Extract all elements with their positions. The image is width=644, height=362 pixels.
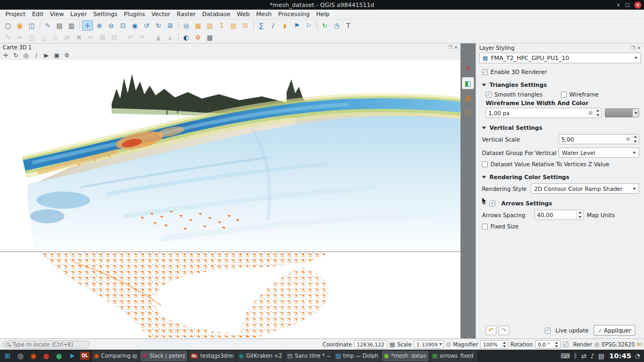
activities-icon[interactable]: ◎ (14, 350, 26, 362)
grass-tools-icon[interactable]: ▩ (204, 32, 215, 42)
field-calculator-icon[interactable]: ⊟ (240, 20, 251, 31)
app-launcher-icon[interactable]: ⊞ (2, 350, 13, 362)
histogram-tab[interactable]: ▥ (462, 92, 474, 104)
clear-icon[interactable]: ⊗ (587, 109, 594, 116)
animations-icon[interactable]: ▶ (42, 51, 51, 60)
rendering-style-combo[interactable]: 2D Contour Color Ramp Shader (531, 183, 639, 194)
minimize-button[interactable]: ∨ (617, 2, 620, 8)
camera-rotate-icon[interactable]: ↻ (11, 51, 20, 60)
processing-toolbox-icon[interactable]: ⚙ (193, 32, 203, 42)
firefox-icon[interactable]: ◉ (27, 350, 39, 362)
task-button[interactable]: ◉ GitKraken <2> (237, 351, 284, 361)
dock-float-button[interactable]: ❐ (448, 45, 452, 50)
zoom-in-icon[interactable]: ⊕ (94, 20, 105, 31)
dataset-group-combo[interactable]: Water Level (559, 147, 639, 158)
temporal-controller-icon[interactable]: ◷ (331, 20, 342, 31)
menu-item[interactable]: Help (313, 10, 333, 19)
task-button[interactable]: # Slack | peterp … (140, 351, 187, 361)
paste-features-icon[interactable]: ⊟ (109, 32, 120, 42)
camera-pan-icon[interactable]: ✛ (1, 51, 10, 60)
task-button[interactable]: ● *mesh_datase… (382, 351, 429, 361)
menu-item[interactable]: Edit (29, 10, 47, 19)
select-features-icon[interactable]: ▦ (193, 20, 203, 31)
close-button[interactable]: ✕ (634, 2, 641, 9)
measure-icon[interactable]: ∕ (268, 20, 279, 31)
3d-view-tab[interactable]: ◧ (462, 77, 474, 89)
style-manager-icon[interactable]: ✎ (42, 20, 53, 31)
save-edits-icon[interactable]: ◫ (26, 32, 37, 42)
menu-item[interactable]: Vector (148, 10, 173, 19)
layout-manager-icon[interactable]: ▥ (66, 20, 77, 31)
menu-item[interactable]: Mesh (253, 10, 275, 19)
spin-buttons[interactable] (501, 341, 507, 348)
volume-icon[interactable]: ♪ (590, 352, 595, 360)
panel-close-button[interactable]: ✕ (637, 46, 641, 50)
task-button[interactable]: QL testqgs3drend… (188, 351, 236, 361)
coordinate-input[interactable] (356, 342, 386, 348)
maximize-button[interactable]: □ (625, 2, 630, 8)
render-checkbox[interactable] (563, 342, 568, 347)
arrows-settings-checkbox[interactable] (489, 201, 495, 206)
text-annotation-icon[interactable]: T (343, 20, 354, 31)
wireframe-color-button[interactable] (605, 108, 639, 117)
show-bookmarks-icon[interactable]: ⚐ (303, 20, 314, 31)
crs-icon[interactable]: ◎ (595, 341, 600, 348)
menu-item[interactable]: Web (233, 10, 253, 19)
new-project-icon[interactable]: ▢ (3, 20, 13, 31)
menu-item[interactable]: Database (199, 10, 234, 19)
menu-item[interactable]: Project (2, 10, 29, 19)
map-canvas-2d[interactable] (0, 252, 460, 338)
zoom-next-icon[interactable]: ↻ (153, 20, 164, 31)
lock-scale-icon[interactable]: ⊙ (446, 341, 451, 348)
save-project-icon[interactable]: ◫ (26, 20, 37, 31)
rotation-input[interactable] (537, 342, 554, 348)
crs-label[interactable]: EPSG:32620 (602, 342, 635, 348)
map-3d-viewport[interactable] (0, 60, 460, 252)
task-button[interactable]: ◉ Comparing qgi… (92, 351, 139, 361)
message-log-icon[interactable]: ✉ (637, 341, 642, 348)
history-tab[interactable]: ◷ (462, 106, 474, 118)
task-button[interactable]: ▨ tmp — Dolphin (333, 351, 380, 361)
deselect-features-icon[interactable]: ▧ (204, 20, 215, 31)
options-3d-icon[interactable]: ⚙ (62, 51, 71, 60)
menu-item[interactable]: Plugins (121, 10, 148, 19)
copy-features-icon[interactable]: ⊞ (97, 32, 108, 42)
add-feature-icon[interactable]: △ (38, 32, 49, 42)
recorder-app-icon[interactable]: ● (40, 350, 52, 362)
mesh-digitizing-icon[interactable]: ▲ (153, 32, 164, 42)
clipboard-icon[interactable]: ▤ (598, 352, 604, 360)
symbology-tab[interactable]: ✎ (462, 63, 474, 75)
enable-3d-checkbox[interactable] (482, 69, 488, 75)
collapse-triangles-icon[interactable] (482, 84, 486, 86)
color-dropdown-icon[interactable] (632, 109, 639, 117)
relative-z-checkbox[interactable] (482, 161, 488, 167)
current-edits-icon[interactable]: ✎ (3, 32, 13, 42)
spin-buttons[interactable] (554, 341, 559, 348)
cut-features-icon[interactable]: ✂ (85, 32, 96, 42)
new-bookmark-icon[interactable]: ⚑ (291, 20, 302, 31)
delete-selected-icon[interactable]: ✖ (74, 32, 84, 42)
refresh-map-icon[interactable]: ↻ (319, 20, 330, 31)
spin-buttons[interactable] (632, 135, 639, 144)
panel-float-button[interactable]: ❐ (631, 46, 635, 50)
dock-close-button[interactable]: ✕ (454, 45, 458, 50)
task-button[interactable]: ▤ Sans titre * — … (285, 351, 332, 361)
green-app-icon[interactable]: ● (53, 350, 65, 362)
scale-combo[interactable]: 1:33909 (414, 340, 444, 349)
redo-icon[interactable]: ↷ (137, 32, 148, 42)
menu-item[interactable]: Raster (173, 10, 199, 19)
zoom-native-icon[interactable]: ◉ (129, 20, 140, 31)
attribute-table-icon[interactable]: ▤ (228, 20, 239, 31)
spin-buttons[interactable] (594, 108, 601, 117)
mesh-transform-icon[interactable]: ▴ (165, 32, 175, 42)
statistics-icon[interactable]: ∑ (256, 20, 267, 31)
new-3d-map-icon[interactable]: ⊞ (165, 20, 175, 31)
open-project-icon[interactable]: ▣ (14, 20, 25, 31)
live-update-checkbox[interactable] (545, 328, 551, 334)
task-button[interactable]: ▦ arrows_fixed_s… (430, 351, 477, 361)
bluetooth-icon[interactable]: ᛒ (574, 352, 577, 360)
clock[interactable]: 10:45 (609, 352, 631, 360)
vertex-tool-icon[interactable]: ◇ (50, 32, 61, 42)
measure-3d-icon[interactable]: ∕ (32, 51, 41, 60)
apply-button[interactable]: ✓ Appliquer (594, 325, 635, 336)
